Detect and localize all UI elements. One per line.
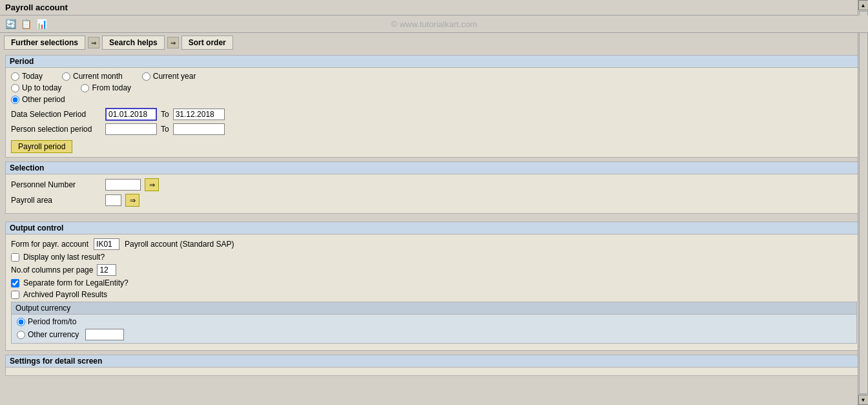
other-currency-input[interactable] <box>85 329 124 340</box>
payroll-area-label: Payroll area <box>11 196 101 205</box>
radio-up-to-today-label: Up to today <box>22 83 61 92</box>
radio-current-month-label: Current month <box>73 72 123 81</box>
selection-section-header: Selection <box>6 162 862 174</box>
radio-current-year[interactable] <box>142 72 150 81</box>
scroll-up-arrow[interactable]: ▲ <box>858 0 869 10</box>
payroll-area-arrow-btn[interactable]: ⇒ <box>125 194 140 207</box>
form-row: Form for payr. account Payroll account (… <box>11 238 857 250</box>
radio-today[interactable] <box>11 72 19 81</box>
data-selection-period-row: Data Selection Period To <box>11 108 857 121</box>
form-desc: Payroll account (Standard SAP) <box>125 240 234 249</box>
selection-section-content: Personnel Number ⇒ Payroll area ⇒ <box>6 174 862 213</box>
form-code-input[interactable] <box>94 238 119 250</box>
data-selection-to-input[interactable] <box>173 109 225 120</box>
radio-current-year-label: Current year <box>153 72 196 81</box>
radio-other-period-label: Other period <box>22 95 65 104</box>
output-control-header: Output control <box>6 222 862 234</box>
data-selection-to-label: To <box>161 110 169 119</box>
radio-current-month-item: Current month <box>62 72 123 81</box>
period-from-to-item: Period from/to <box>17 317 851 326</box>
person-selection-period-label: Person selection period <box>11 125 101 134</box>
archived-payroll-checkbox[interactable] <box>11 291 19 299</box>
display-last-result-label: Display only last result? <box>23 253 105 262</box>
tabs-bar: Further selections ⇒ Search helps ⇒ Sort… <box>0 33 868 52</box>
radio-up-to-today[interactable] <box>11 84 19 92</box>
output-currency-header: Output currency <box>12 302 856 315</box>
radio-other-currency[interactable] <box>17 331 25 339</box>
other-currency-label: Other currency <box>28 330 79 339</box>
personnel-number-row: Personnel Number ⇒ <box>11 178 857 191</box>
scroll-track <box>859 11 868 394</box>
payroll-area-row: Payroll area ⇒ <box>11 194 857 207</box>
toolbar-icon-1[interactable]: 🔄 <box>4 17 17 30</box>
data-selection-from-input[interactable] <box>105 108 157 121</box>
page-title: Payroll account <box>5 3 68 12</box>
payroll-area-input[interactable] <box>105 194 121 206</box>
settings-detail-section: Settings for detail screen <box>5 355 863 376</box>
person-selection-from-input[interactable] <box>105 123 157 135</box>
scroll-down-arrow[interactable]: ▼ <box>858 395 869 405</box>
form-label: Form for payr. account <box>11 240 88 249</box>
columns-input[interactable] <box>97 264 116 276</box>
tab-arrow-2[interactable]: ⇒ <box>167 37 179 48</box>
display-last-result-row: Display only last result? <box>11 253 857 262</box>
radio-period-from-to[interactable] <box>17 318 25 326</box>
selection-section: Selection Personnel Number ⇒ Payroll are… <box>5 161 863 214</box>
toolbar-icon-2[interactable]: 📋 <box>19 17 32 30</box>
main-content: Period Today Current month Current year <box>0 52 868 382</box>
radio-current-year-item: Current year <box>142 72 196 81</box>
personnel-number-label: Personnel Number <box>11 180 101 189</box>
radio-today-label: Today <box>22 72 43 81</box>
personnel-number-input[interactable] <box>105 179 141 191</box>
separate-form-row: Separate form for LegalEntity? <box>11 278 857 287</box>
period-section-content: Today Current month Current year Up to t… <box>6 68 862 157</box>
other-currency-item: Other currency <box>17 329 851 340</box>
tab-sort-order[interactable]: Sort order <box>181 36 233 50</box>
radio-other-period[interactable] <box>11 96 19 104</box>
archived-payroll-label: Archived Payroll Results <box>23 290 107 299</box>
period-section: Period Today Current month Current year <box>5 55 863 158</box>
period-from-to-label: Period from/to <box>28 317 76 326</box>
tab-arrow-1[interactable]: ⇒ <box>88 37 99 48</box>
radio-from-today-item: From today <box>81 83 131 92</box>
toolbar-icon-3[interactable]: 📊 <box>35 17 48 30</box>
radio-from-today-label: From today <box>92 83 131 92</box>
output-currency-content: Period from/to Other currency <box>12 315 856 343</box>
personnel-number-arrow-btn[interactable]: ⇒ <box>145 178 159 191</box>
radio-up-to-today-item: Up to today <box>11 83 61 92</box>
radio-from-today[interactable] <box>81 84 89 92</box>
output-control-section: Output control Form for payr. account Pa… <box>5 222 863 351</box>
radio-current-month[interactable] <box>62 72 70 81</box>
person-selection-period-row: Person selection period To <box>11 123 857 135</box>
period-section-header: Period <box>6 56 862 68</box>
tab-search-helps[interactable]: Search helps <box>102 36 165 50</box>
toolbar: 🔄 📋 📊 © www.tutorialkart.com <box>0 16 868 33</box>
settings-detail-header: Settings for detail screen <box>6 355 862 368</box>
radio-today-item: Today <box>11 72 43 81</box>
columns-row: No.of columns per page <box>11 264 857 276</box>
separate-form-checkbox[interactable] <box>11 279 19 287</box>
scrollbar[interactable]: ▲ ▼ <box>858 0 868 405</box>
period-radio-row1: Today Current month Current year <box>11 72 857 81</box>
radio-other-period-item: Other period <box>11 95 857 104</box>
columns-label: No.of columns per page <box>11 265 93 275</box>
period-radio-row2: Up to today From today <box>11 83 857 92</box>
archived-payroll-row: Archived Payroll Results <box>11 290 857 299</box>
person-selection-to-input[interactable] <box>173 123 225 135</box>
person-selection-to-label: To <box>161 125 169 134</box>
tab-further-selections[interactable]: Further selections <box>4 36 85 50</box>
display-last-result-checkbox[interactable] <box>11 253 19 262</box>
title-bar: Payroll account <box>0 0 868 16</box>
payroll-period-button[interactable]: Payroll period <box>11 140 72 153</box>
output-control-content: Form for payr. account Payroll account (… <box>6 234 862 350</box>
separate-form-label: Separate form for LegalEntity? <box>23 278 129 287</box>
output-currency-section: Output currency Period from/to Other cur… <box>11 302 857 344</box>
watermark: © www.tutorialkart.com <box>391 19 477 29</box>
data-selection-period-label: Data Selection Period <box>11 110 101 119</box>
